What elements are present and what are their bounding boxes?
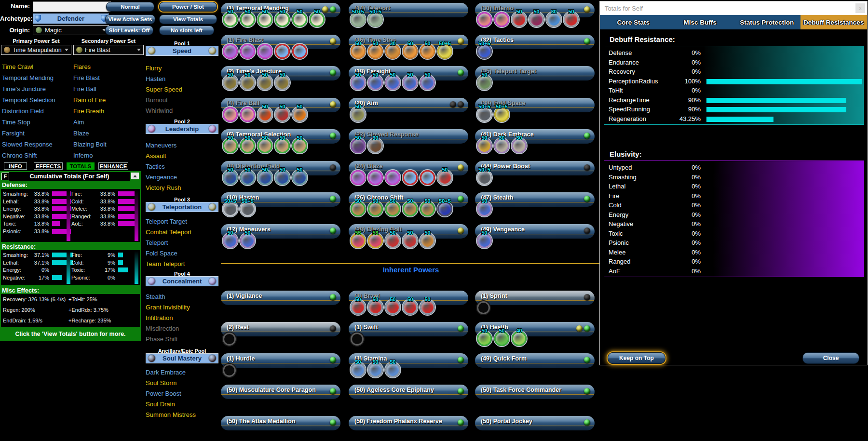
power-bar[interactable]: (1) Sprint bbox=[475, 291, 595, 305]
enhancement-slot[interactable]: 50 bbox=[420, 75, 435, 90]
totals-tab-core-stats[interactable]: Core Stats bbox=[600, 15, 667, 29]
normal-button[interactable]: Normal bbox=[106, 2, 154, 12]
pool-select-soul-mastery[interactable]: Soul Mastery bbox=[146, 353, 218, 363]
power-led[interactable] bbox=[458, 38, 464, 44]
pool-power-item[interactable]: Dark Embrace bbox=[146, 369, 186, 376]
power-led[interactable] bbox=[330, 6, 336, 13]
power-slot-button[interactable]: Power / Slot bbox=[159, 2, 217, 12]
enhancement-slot[interactable]: 50 bbox=[403, 44, 418, 59]
tab-info[interactable]: INFO bbox=[4, 162, 27, 170]
power-bar[interactable]: (50) Portal Jockey bbox=[475, 416, 595, 430]
enhancement-slot[interactable]: 50 bbox=[223, 12, 238, 27]
pool-power-item[interactable]: Maneuvers bbox=[146, 142, 176, 149]
enhancement-slot[interactable]: 50 bbox=[385, 75, 400, 90]
power-led[interactable] bbox=[330, 419, 336, 426]
powerset-power-item[interactable]: Time Stop bbox=[2, 119, 30, 126]
enhancement-slot[interactable]: 50 bbox=[385, 201, 400, 216]
enhancement-slot[interactable]: 50 bbox=[351, 300, 366, 315]
power-led[interactable] bbox=[330, 101, 336, 107]
enhancement-slot[interactable] bbox=[240, 107, 255, 122]
power-led[interactable] bbox=[584, 164, 590, 171]
power-bar[interactable]: (32) Tactics bbox=[475, 35, 595, 49]
enhancement-slot[interactable]: 40 bbox=[512, 331, 527, 346]
enhancement-slot[interactable] bbox=[368, 170, 383, 185]
enhancement-slot[interactable]: 50+5 bbox=[494, 107, 509, 122]
pool-select-speed[interactable]: Speed bbox=[146, 46, 218, 56]
pool-power-item[interactable]: Flurry bbox=[146, 65, 162, 72]
float-button[interactable]: F bbox=[1, 173, 9, 180]
enhancement-slot[interactable]: 50 bbox=[368, 300, 383, 315]
powerset-power-item[interactable]: Inferno bbox=[73, 152, 93, 159]
enhancement-slot[interactable]: 30 bbox=[546, 12, 561, 27]
power-led[interactable] bbox=[330, 164, 336, 171]
pool-power-item[interactable]: Victory Rush bbox=[146, 184, 181, 191]
pool-power-item[interactable]: Infiltration bbox=[146, 314, 173, 321]
power-led[interactable] bbox=[330, 325, 336, 332]
powerset-power-item[interactable]: Time's Juncture bbox=[2, 85, 46, 93]
enhancement-slot[interactable] bbox=[223, 44, 238, 59]
enhancement-slot[interactable]: 50 bbox=[477, 75, 492, 90]
empty-slot[interactable] bbox=[477, 301, 490, 314]
power-led[interactable] bbox=[330, 196, 336, 202]
enhancement-slot[interactable]: 50 bbox=[494, 331, 509, 346]
enhancement-slot[interactable]: 50 bbox=[420, 300, 435, 315]
pool-power-item[interactable]: Teleport Target bbox=[146, 218, 187, 225]
power-bar[interactable]: (47) Stealth bbox=[475, 192, 595, 207]
enhancement-slot[interactable]: 50 bbox=[385, 362, 400, 377]
enhancement-slot[interactable]: 50 bbox=[477, 138, 492, 153]
enhancement-slot[interactable] bbox=[351, 170, 366, 185]
enhancement-slot[interactable] bbox=[494, 12, 509, 27]
enhancement-slot[interactable] bbox=[275, 44, 290, 59]
enhancement-slot[interactable]: 50+5 bbox=[477, 107, 492, 122]
enhancement-slot[interactable]: 50 bbox=[258, 170, 272, 185]
power-bar[interactable]: (50) Ageless Core Epiphany bbox=[349, 385, 468, 399]
enhancement-slot[interactable]: 50 bbox=[351, 138, 366, 153]
enhancement-slot[interactable]: 50 bbox=[292, 170, 307, 185]
enhancement-slot[interactable] bbox=[385, 170, 400, 185]
power-led[interactable] bbox=[458, 357, 464, 363]
powerset-power-item[interactable]: Slowed Response bbox=[2, 141, 53, 148]
enhancement-slot[interactable]: 50 bbox=[310, 12, 325, 27]
power-led[interactable] bbox=[330, 357, 336, 363]
enhancement-slot[interactable]: 50 bbox=[240, 138, 255, 153]
pool-power-item[interactable]: Assault bbox=[146, 152, 166, 160]
powerset-power-item[interactable]: Chrono Shift bbox=[2, 152, 37, 159]
enhancement-slot[interactable]: 50 bbox=[529, 12, 544, 27]
enhancement-slot[interactable]: 50 bbox=[477, 201, 492, 216]
pool-power-item[interactable]: Soul Storm bbox=[146, 379, 176, 387]
power-bar[interactable]: (50) The Atlas Medallion bbox=[221, 416, 340, 430]
enhancement-slot[interactable]: 30 bbox=[512, 138, 527, 153]
primary-powerset-select[interactable]: Time Manipulation bbox=[1, 45, 71, 55]
pool-power-item[interactable]: Whirlwind bbox=[146, 107, 173, 114]
pool-power-item[interactable]: Grant Invisibility bbox=[146, 304, 190, 311]
enhancement-slot[interactable] bbox=[240, 44, 255, 59]
power-bar[interactable]: (44) Power Boost bbox=[475, 161, 595, 175]
enhancement-slot[interactable]: 50 bbox=[275, 12, 290, 27]
powerset-power-item[interactable]: Aim bbox=[73, 119, 84, 126]
pool-select-concealment[interactable]: Concealment bbox=[146, 276, 218, 286]
enhancement-slot[interactable]: 53 bbox=[368, 233, 383, 248]
power-led[interactable] bbox=[584, 133, 590, 139]
power-led[interactable] bbox=[584, 6, 590, 13]
pool-power-item[interactable]: Teleport bbox=[146, 239, 168, 246]
enhancement-slot[interactable]: 50 bbox=[351, 362, 366, 377]
enhancement-slot[interactable] bbox=[420, 170, 435, 185]
pool-power-item[interactable]: Burnout bbox=[146, 96, 168, 104]
slot-levels-button[interactable]: Slot Levels: Off bbox=[105, 26, 153, 35]
enhancement-slot[interactable]: 50 bbox=[275, 107, 290, 122]
enhancement-slot[interactable]: 50+5 bbox=[437, 44, 452, 59]
archetype-select[interactable]: Defender bbox=[33, 13, 109, 24]
power-bar[interactable]: (50) Freedom Phalanx Reserve bbox=[349, 416, 468, 430]
pool-power-item[interactable]: Soul Drain bbox=[146, 401, 175, 408]
pool-select-leadership[interactable]: Leadership bbox=[146, 124, 218, 134]
enhancement-slot[interactable]: 50+5 bbox=[351, 12, 366, 27]
power-led[interactable] bbox=[584, 196, 590, 202]
power-led[interactable] bbox=[450, 101, 456, 107]
keep-on-top-button[interactable]: Keep on Top bbox=[608, 352, 665, 364]
enhancement-slot[interactable]: 50 bbox=[351, 44, 366, 59]
tab-totals[interactable]: TOTALS bbox=[67, 162, 95, 170]
window-titlebar[interactable]: Totals for Self x bbox=[600, 1, 867, 15]
enhancement-slot[interactable]: 50 bbox=[240, 12, 255, 27]
pool-power-item[interactable]: Summon Mistress bbox=[146, 411, 196, 418]
enhancement-slot[interactable] bbox=[292, 44, 307, 59]
